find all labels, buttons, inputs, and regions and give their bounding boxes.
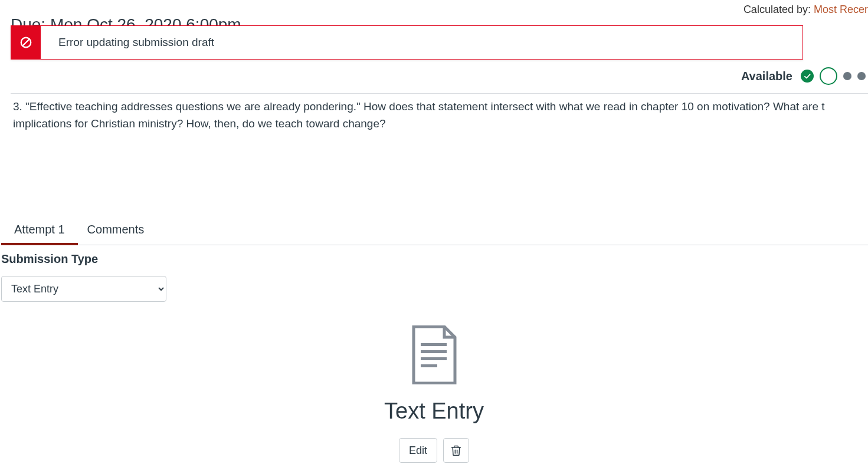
edit-button[interactable]: Edit — [399, 438, 437, 463]
document-icon — [410, 325, 458, 387]
error-icon-box — [11, 26, 41, 59]
text-entry-buttons: Edit — [399, 438, 469, 463]
status-label: Available — [741, 70, 792, 83]
calculated-by-label: Calculated by: — [743, 4, 811, 15]
submission-type-select-wrap: Text Entry — [1, 276, 166, 302]
calculated-by-text: Calculated by: Most Recer — [743, 4, 868, 16]
question-text: 3. "Effective teaching addresses questio… — [13, 98, 868, 133]
status-step-complete — [801, 70, 814, 83]
svg-rect-4 — [421, 357, 447, 360]
text-entry-area: Text Entry Edit — [0, 325, 868, 463]
status-step-pending-2 — [857, 72, 866, 80]
svg-rect-2 — [421, 343, 447, 346]
svg-rect-5 — [421, 364, 437, 367]
check-icon — [803, 72, 811, 80]
svg-line-1 — [23, 40, 30, 46]
status-step-pending-1 — [843, 72, 851, 80]
submission-type-label: Submission Type — [1, 252, 98, 266]
error-alert: Error updating submission draft — [11, 25, 803, 60]
submission-type-select[interactable]: Text Entry — [1, 276, 166, 302]
delete-button[interactable] — [443, 438, 469, 463]
error-message: Error updating submission draft — [41, 26, 214, 59]
trash-icon — [450, 444, 462, 457]
status-step-current — [820, 67, 837, 85]
calculated-by-link[interactable]: Most Recer — [814, 4, 868, 15]
no-entry-icon — [19, 36, 32, 49]
tab-attempt[interactable]: Attempt 1 — [14, 218, 65, 245]
tabs: Attempt 1 Comments — [1, 218, 868, 245]
status-row: Available — [741, 67, 866, 85]
text-entry-title: Text Entry — [384, 399, 484, 424]
svg-rect-3 — [421, 350, 447, 353]
divider — [11, 93, 868, 94]
tab-comments[interactable]: Comments — [87, 218, 145, 245]
